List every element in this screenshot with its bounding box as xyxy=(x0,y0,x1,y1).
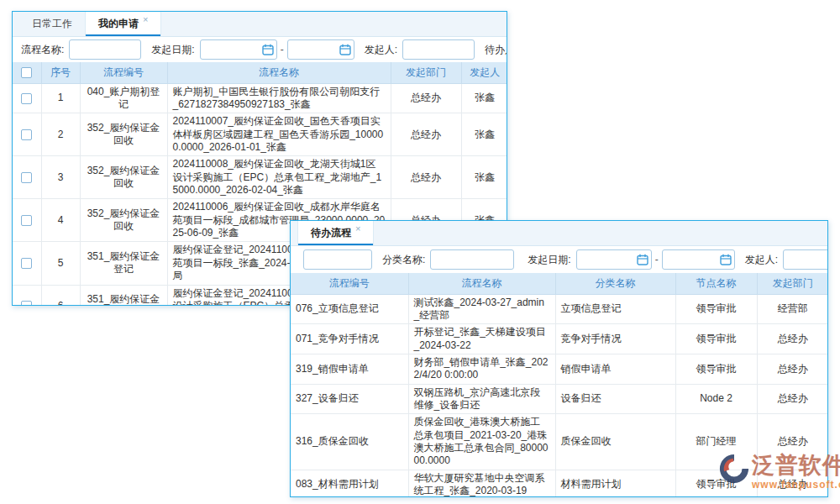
cell-code: 327_设备归还 xyxy=(291,384,408,414)
calendar-icon[interactable] xyxy=(637,254,648,265)
table-row[interactable]: 3 352_履约保证金回收 2024110008_履约保证金回收_龙湖天街城1区… xyxy=(13,156,507,199)
cell-node: 领导审批 xyxy=(675,354,757,384)
starter-input[interactable] xyxy=(783,249,828,270)
back-panel-tabbar: 日常工作 我的申请 × xyxy=(13,12,507,37)
col-process-name: 流程名称 xyxy=(167,62,391,83)
cell-node: 领导审批 xyxy=(675,470,757,497)
select-all-checkbox[interactable] xyxy=(21,67,32,78)
cell-starter: 张鑫 xyxy=(461,156,507,199)
cell-name: 财务部_销假申请单_张鑫_2022/4/20 0:00:00 xyxy=(408,354,555,384)
cell-dept: 总经办 xyxy=(757,414,828,470)
tab-daily-work-label: 日常工作 xyxy=(32,17,72,31)
cell-code: 352_履约保证金回收 xyxy=(80,156,167,199)
cell-dept: 经营部 xyxy=(757,294,828,324)
process-name-input[interactable] xyxy=(69,39,141,60)
cell-seq: 1 xyxy=(41,83,80,113)
tab-my-applications-label: 我的申请 xyxy=(98,17,139,31)
cell-category: 立项信息登记 xyxy=(555,294,675,324)
start-date-label: 发起日期: xyxy=(528,253,570,267)
tab-my-applications[interactable]: 我的申请 × xyxy=(85,12,161,36)
tab-daily-work[interactable]: 日常工作 xyxy=(19,12,85,36)
row-checkbox[interactable] xyxy=(21,129,32,140)
cell-dept: 总经办 xyxy=(757,354,828,384)
cell-node: 领导审批 xyxy=(675,294,757,324)
cell-code: 071_竞争对手情况 xyxy=(291,324,408,354)
row-checkbox[interactable] xyxy=(21,258,32,269)
col-node-name: 节点名称 xyxy=(675,273,757,294)
date-range-separator: - xyxy=(655,254,659,265)
cell-code: 351_履约保证金登记 xyxy=(80,242,167,285)
col-starter: 发起人 xyxy=(461,62,507,83)
table-header-row: 序号 流程编号 流程名称 发起部门 发起人 xyxy=(13,62,507,83)
starter-label: 发起人: xyxy=(365,43,397,57)
select-all-header xyxy=(13,62,41,83)
col-process-name: 流程名称 xyxy=(408,273,555,294)
col-category-name: 分类名称 xyxy=(555,273,675,294)
process-name-input[interactable] xyxy=(303,249,372,270)
close-icon[interactable]: × xyxy=(355,223,360,234)
cell-name: 开标登记_张鑫_天梯建设项目_2024-03-22 xyxy=(408,324,555,354)
cell-code: 352_履约保证金回收 xyxy=(80,113,167,156)
col-process-code: 流程编号 xyxy=(291,273,408,294)
cell-code: 352_履约保证金回收 xyxy=(80,199,167,242)
col-seq: 序号 xyxy=(41,62,80,83)
close-icon[interactable]: × xyxy=(143,14,148,24)
row-checkbox[interactable] xyxy=(21,93,32,104)
col-start-dept: 发起部门 xyxy=(391,62,461,83)
cell-name: 双钢压路机_京沪高速北京段维修_设备归还 xyxy=(408,384,555,414)
cell-category: 材料需用计划 xyxy=(555,470,675,497)
back-filter-bar: 流程名称: 发起日期: - 发起人: 待办人: xyxy=(13,37,507,62)
table-row[interactable]: 071_竞争对手情况 开标登记_张鑫_天梯建设项目_2024-03-22 竞争对… xyxy=(291,324,828,354)
table-row[interactable]: 1 040_账户期初登记 账户期初_中国民生银行股份有限公司朝阳支行_62718… xyxy=(13,83,507,113)
cell-code: 076_立项信息登记 xyxy=(291,294,408,324)
table-row[interactable]: 316_质保金回收 质保金回收_港珠澳大桥施工总承包项目_2021-03-20_… xyxy=(291,414,828,470)
row-checkbox[interactable] xyxy=(21,301,32,306)
cell-seq: 3 xyxy=(41,156,80,199)
front-panel-tabbar: 待办流程 × xyxy=(291,221,827,246)
cell-dept: 总经办 xyxy=(757,324,828,354)
process-name-label: 流程名称: xyxy=(21,43,64,57)
table-row[interactable]: 083_材料需用计划 华软大厦研究基地中央空调系统工程_张鑫_2020-03-1… xyxy=(291,470,828,497)
cell-seq: 5 xyxy=(41,242,80,285)
cell-name: 华软大厦研究基地中央空调系统工程_张鑫_2020-03-19 xyxy=(408,470,555,497)
cell-category: 质保金回收 xyxy=(555,414,675,470)
cell-category: 销假申请单 xyxy=(555,354,675,384)
assignee-label: 待办人: xyxy=(485,43,507,57)
category-name-label: 分类名称: xyxy=(382,253,425,267)
category-name-input[interactable] xyxy=(430,249,514,270)
col-process-code: 流程编号 xyxy=(80,62,167,83)
col-start-dept: 发起部门 xyxy=(757,273,828,294)
pending-processes-table: 流程编号 流程名称 分类名称 节点名称 发起部门 076_立项信息登记 测试张鑫… xyxy=(291,273,828,497)
tab-pending-processes[interactable]: 待办流程 × xyxy=(297,221,374,245)
cell-code: 083_材料需用计划 xyxy=(291,470,408,497)
cell-name: 质保金回收_港珠澳大桥施工总承包项目_2021-03-20_港珠澳大桥施工总承包… xyxy=(408,414,555,470)
cell-seq: 2 xyxy=(41,113,80,156)
cell-name: 2024110007_履约保证金回收_国色天香项目实体样板房区域园建工程_国色天… xyxy=(167,113,391,156)
calendar-icon[interactable] xyxy=(262,44,274,55)
cell-category: 竞争对手情况 xyxy=(555,324,675,354)
cell-dept: 总经办 xyxy=(391,156,461,199)
cell-code: 040_账户期初登记 xyxy=(80,83,167,113)
cell-dept: 总经办 xyxy=(391,113,461,156)
cell-starter: 张鑫 xyxy=(461,83,507,113)
table-row[interactable]: 319_销假申请单 财务部_销假申请单_张鑫_2022/4/20 0:00:00… xyxy=(291,354,828,384)
cell-node: 部门经理 xyxy=(675,414,757,470)
table-row[interactable]: 076_立项信息登记 测试张鑫_2024-03-27_admin_经营部 立项信… xyxy=(291,294,828,324)
table-row[interactable]: 2 352_履约保证金回收 2024110007_履约保证金回收_国色天香项目实… xyxy=(13,113,507,156)
cell-seq: 4 xyxy=(41,199,80,242)
cell-name: 账户期初_中国民生银行股份有限公司朝阳支行_627182738495092718… xyxy=(167,83,391,113)
cell-seq: 6 xyxy=(41,285,80,306)
front-filter-bar: 分类名称: 发起日期: - 发起人: xyxy=(291,246,827,273)
row-checkbox[interactable] xyxy=(21,215,32,226)
starter-input[interactable] xyxy=(402,39,475,60)
calendar-icon[interactable] xyxy=(720,254,732,265)
cell-code: 316_质保金回收 xyxy=(291,414,408,470)
cell-node: 领导审批 xyxy=(675,324,757,354)
start-date-label: 发起日期: xyxy=(151,43,194,57)
table-header-row: 流程编号 流程名称 分类名称 节点名称 发起部门 xyxy=(291,273,828,294)
row-checkbox[interactable] xyxy=(21,172,32,183)
table-row[interactable]: 327_设备归还 双钢压路机_京沪高速北京段维修_设备归还 设备归还 Node … xyxy=(291,384,828,414)
cell-dept: 总经办 xyxy=(391,83,461,113)
calendar-icon[interactable] xyxy=(339,44,351,55)
date-range-separator: - xyxy=(281,44,284,55)
